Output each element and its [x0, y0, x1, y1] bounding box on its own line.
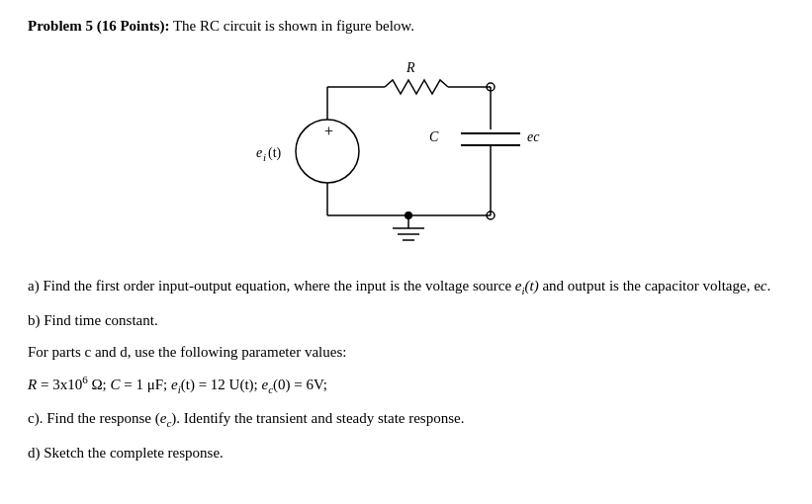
source-label-sub: i — [263, 151, 266, 163]
part-b-section: b) Find time constant. — [28, 308, 784, 332]
resistor-symbol — [385, 80, 448, 94]
params-intro-text: For parts c and d, use the following par… — [28, 340, 784, 364]
params-intro-section: For parts c and d, use the following par… — [28, 340, 784, 364]
problem-title-text: The RC circuit is shown in figure below. — [169, 18, 413, 34]
problem-title-bold: Problem 5 (16 Points): — [28, 18, 169, 34]
part-d-text: d) Sketch the complete response. — [28, 441, 784, 464]
params-text: R = 3x106 Ω; C = 1 μF; ei(t) = 12 U(t); … — [28, 372, 784, 399]
source-label: e — [256, 145, 262, 160]
circuit-diagram: + e i (t) R C ec — [28, 42, 784, 260]
ec-label: ec — [527, 129, 540, 144]
part-a-section: a) Find the first order input-output equ… — [28, 274, 784, 300]
problem-header: Problem 5 (16 Points): The RC circuit is… — [28, 18, 784, 35]
circuit-svg: + e i (t) R C ec — [238, 42, 575, 260]
plus-sign: + — [324, 123, 333, 139]
part-c-section: c). Find the response (ec). Identify the… — [28, 406, 784, 433]
params-section: R = 3x106 Ω; C = 1 μF; ei(t) = 12 U(t); … — [28, 372, 784, 399]
C-label: C — [429, 129, 439, 144]
part-d-section: d) Sketch the complete response. — [28, 441, 784, 464]
R-label: R — [406, 60, 415, 75]
part-a-text: a) Find the first order input-output equ… — [28, 274, 784, 300]
part-b-text: b) Find time constant. — [28, 308, 784, 332]
part-c-text: c). Find the response (ec). Identify the… — [28, 406, 784, 433]
source-label-paren: (t) — [268, 145, 282, 161]
